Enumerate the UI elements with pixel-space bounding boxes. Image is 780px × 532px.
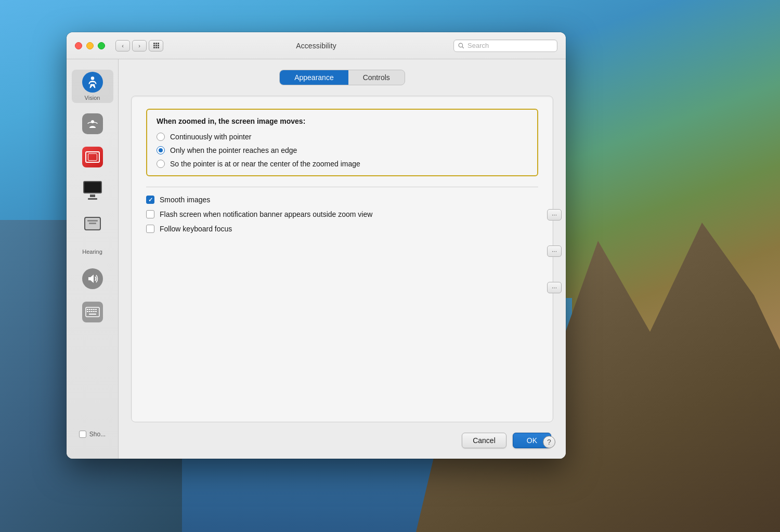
smooth-images-label: Smooth images xyxy=(160,196,210,204)
voiceover-svg xyxy=(86,118,99,130)
search-placeholder: Search xyxy=(467,42,553,49)
radio-center-circle[interactable] xyxy=(157,160,165,168)
radio-center-label: So the pointer is at or near the center … xyxy=(170,160,360,168)
titlebar: ‹ › Accessibility Search xyxy=(67,32,566,59)
sidebar-item-display[interactable] xyxy=(72,178,113,203)
tab-bar: Appearance Controls xyxy=(131,70,553,85)
separator xyxy=(146,187,538,187)
show-checkbox[interactable] xyxy=(79,431,86,438)
sidebar-vision-label: Vision xyxy=(85,95,100,101)
tab-appearance[interactable]: Appearance xyxy=(280,70,348,85)
svg-rect-8 xyxy=(93,309,95,310)
svg-rect-13 xyxy=(93,311,95,312)
content-panel: When zoomed in, the screen image moves: … xyxy=(131,96,553,422)
tab-controls[interactable]: Controls xyxy=(348,70,405,85)
help-button[interactable]: ? xyxy=(543,436,555,448)
radio-edge-circle[interactable] xyxy=(157,146,165,154)
checkbox-flash[interactable]: Flash screen when notification banner ap… xyxy=(146,210,538,218)
svg-point-3 xyxy=(91,120,94,123)
ellipsis-panel: ··· ··· ··· xyxy=(547,209,566,293)
grid-view-button[interactable] xyxy=(149,40,163,51)
audio-svg xyxy=(86,273,99,285)
svg-rect-5 xyxy=(87,309,88,310)
back-arrow-icon: ‹ xyxy=(122,43,124,49)
svg-rect-10 xyxy=(87,311,88,312)
zoom-section: When zoomed in, the screen image moves: … xyxy=(146,109,538,176)
maximize-button[interactable] xyxy=(98,42,105,49)
radio-continuous-circle[interactable] xyxy=(157,133,165,141)
svg-point-2 xyxy=(90,76,94,80)
zoom-section-title: When zoomed in, the screen image moves: xyxy=(157,117,528,125)
svg-rect-9 xyxy=(95,309,97,310)
sidebar-item-voiceover[interactable] xyxy=(72,111,113,136)
keyboard-svg xyxy=(85,307,100,317)
sidebar-item-speech[interactable] xyxy=(72,211,113,236)
keyboard-focus-checkbox[interactable] xyxy=(146,225,154,233)
sidebar-hearing-section: Hearing xyxy=(67,244,118,258)
search-icon xyxy=(458,43,464,49)
radio-center[interactable]: So the pointer is at or near the center … xyxy=(157,160,528,168)
sidebar-item-keyboard[interactable] xyxy=(72,300,113,325)
zoom-icon xyxy=(82,147,103,167)
audio-icon xyxy=(82,268,103,289)
svg-rect-11 xyxy=(89,311,90,312)
radio-continuous-label: Continuously with pointer xyxy=(170,133,251,141)
sidebar: Vision xyxy=(67,59,119,459)
bottom-buttons: Cancel OK xyxy=(131,433,553,448)
checkbox-keyboard[interactable]: Follow keyboard focus xyxy=(146,225,538,233)
close-button[interactable] xyxy=(75,42,82,49)
radio-group: Continuously with pointer Only when the … xyxy=(157,133,528,168)
svg-rect-12 xyxy=(91,311,93,312)
sidebar-item-audio[interactable] xyxy=(72,266,113,291)
back-button[interactable]: ‹ xyxy=(115,40,130,51)
tab-group: Appearance Controls xyxy=(279,70,405,85)
search-box[interactable]: Search xyxy=(453,40,557,52)
accessibility-person-svg xyxy=(86,75,99,89)
checkbox-smooth[interactable]: Smooth images xyxy=(146,196,538,204)
svg-rect-14 xyxy=(95,311,97,312)
sidebar-item-vision[interactable]: Vision xyxy=(72,70,113,103)
checkbox-group: Smooth images Flash screen when notifica… xyxy=(146,196,538,233)
nav-buttons: ‹ › xyxy=(115,40,147,51)
minimize-button[interactable] xyxy=(86,42,94,49)
speech-icon xyxy=(82,213,103,234)
voiceover-icon xyxy=(82,113,103,134)
flash-screen-label: Flash screen when notification banner ap… xyxy=(160,210,372,218)
forward-arrow-icon: › xyxy=(138,43,140,49)
sidebar-item-zoom[interactable] xyxy=(72,145,113,170)
svg-rect-7 xyxy=(91,309,93,310)
main-content: Appearance Controls When zoomed in, the … xyxy=(119,59,566,459)
flash-screen-checkbox[interactable] xyxy=(146,210,154,218)
keyboard-focus-label: Follow keyboard focus xyxy=(160,225,232,233)
radio-edge[interactable]: Only when the pointer reaches an edge xyxy=(157,146,528,154)
display-icon xyxy=(82,180,103,201)
cancel-button[interactable]: Cancel xyxy=(462,433,506,448)
radio-edge-label: Only when the pointer reaches an edge xyxy=(170,146,297,154)
window-title: Accessibility xyxy=(296,42,336,50)
svg-rect-6 xyxy=(89,309,90,310)
smooth-images-checkbox[interactable] xyxy=(146,196,154,204)
ellipsis-button-2[interactable]: ··· xyxy=(547,245,562,257)
ellipsis-button-3[interactable]: ··· xyxy=(547,282,562,293)
accessibility-icon xyxy=(82,72,103,93)
show-row[interactable]: Sho... xyxy=(73,431,112,438)
sidebar-bottom: Sho... xyxy=(73,431,112,448)
svg-rect-15 xyxy=(89,314,96,315)
grid-icon xyxy=(153,43,159,48)
show-label: Sho... xyxy=(89,431,106,438)
window-body: Vision xyxy=(67,59,566,459)
ellipsis-button-1[interactable]: ··· xyxy=(547,209,562,220)
svg-line-1 xyxy=(462,46,464,48)
sidebar-hearing-label: Hearing xyxy=(82,249,102,255)
radio-continuous[interactable]: Continuously with pointer xyxy=(157,133,528,141)
accessibility-window: ‹ › Accessibility Search xyxy=(67,32,566,459)
keyboard-icon xyxy=(82,302,103,322)
traffic-lights xyxy=(75,42,105,49)
forward-button[interactable]: › xyxy=(132,40,147,51)
